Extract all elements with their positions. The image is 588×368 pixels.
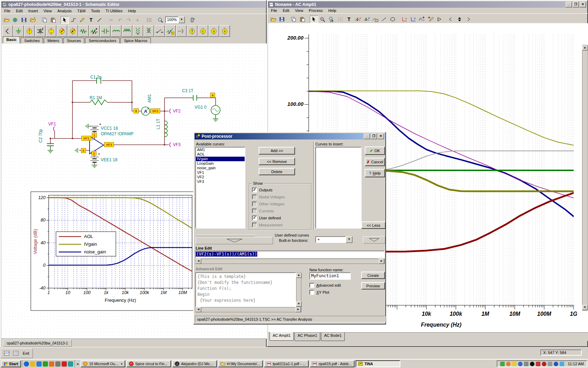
controlled-source-1-button[interactable] bbox=[187, 25, 197, 37]
current-source-button[interactable] bbox=[24, 25, 35, 37]
tray-icon-8[interactable] bbox=[542, 362, 546, 366]
checkbox-icon[interactable]: ✓ bbox=[252, 202, 257, 206]
ammeter-button[interactable]: A bbox=[68, 25, 78, 37]
collapse-panel-button[interactable] bbox=[196, 237, 273, 244]
tab-ac-phase1[interactable]: AC Phase1 bbox=[294, 333, 320, 341]
spin-ud-button[interactable] bbox=[455, 15, 464, 23]
menu-insert[interactable]: Insert bbox=[26, 8, 41, 14]
menu-tools[interactable]: Tools bbox=[88, 8, 103, 14]
checkbox-icon[interactable]: ✓ bbox=[252, 188, 257, 192]
voltmeter-button[interactable]: V bbox=[57, 25, 67, 37]
cursor-button[interactable] bbox=[310, 15, 318, 23]
taskbar-button-outlook[interactable]: 15 Microsoft Outl...▼ bbox=[80, 360, 125, 367]
taskbar-button-opa615.p[interactable]: PDFopa615.pdf - Adob... bbox=[310, 360, 355, 367]
ac-title-bar[interactable]: Noname - AC Ampli1 _ ❐ ✕ bbox=[268, 1, 587, 8]
pen-add-button[interactable] bbox=[426, 15, 435, 23]
diagram-grid-icon[interactable] bbox=[12, 349, 20, 357]
tray-icon-9[interactable] bbox=[548, 362, 552, 366]
curve-item-ivgain[interactable]: IVgain bbox=[196, 157, 245, 161]
tray-icon-10[interactable] bbox=[554, 362, 558, 366]
menu-analysis[interactable]: Analysis bbox=[55, 8, 75, 14]
scroll-down-icon[interactable]: ▼ bbox=[296, 301, 302, 307]
dialog-minimize-icon[interactable]: _ bbox=[364, 134, 370, 139]
dialog-close-icon[interactable]: ✕ bbox=[378, 134, 384, 139]
terminal-vf3[interactable] bbox=[170, 143, 171, 147]
varistor-button[interactable]: T bbox=[165, 25, 176, 37]
quick-launch-icon-2[interactable] bbox=[30, 361, 35, 367]
scroll-left-button[interactable] bbox=[2, 25, 13, 37]
checkbox-icon[interactable]: ✓ bbox=[252, 223, 257, 227]
generator-vg1[interactable] bbox=[211, 105, 220, 115]
cursor-b-button[interactable]: b bbox=[362, 15, 371, 23]
spin-left-button[interactable] bbox=[447, 15, 455, 23]
zoom-100-button[interactable]: 100 bbox=[327, 15, 336, 23]
quick-launch-icon-1[interactable] bbox=[24, 361, 29, 367]
terminal-vf2[interactable] bbox=[170, 109, 171, 114]
scroll-down-icon[interactable]: ▼ bbox=[582, 305, 588, 310]
menu-file[interactable]: File bbox=[268, 8, 280, 13]
show-checkbox-nodal-voltages[interactable]: ✓Nodal Voltages bbox=[249, 193, 311, 200]
coupled-inductors-button[interactable]: M bbox=[133, 25, 143, 37]
open-button[interactable] bbox=[2, 16, 11, 24]
controlled-source-3-button[interactable]: S bbox=[209, 25, 219, 37]
analysis-results-icon[interactable] bbox=[2, 349, 11, 357]
plot-vertical-scrollbar[interactable]: ▲ ▼ bbox=[582, 45, 588, 311]
checkbox-icon[interactable]: ✓ bbox=[252, 209, 257, 213]
menu-help[interactable]: Help bbox=[125, 8, 139, 14]
curve-item-vf1[interactable]: VF1 bbox=[196, 170, 245, 175]
menu-t-m[interactable]: T&M bbox=[75, 8, 88, 14]
maximize-icon[interactable]: ❐ bbox=[573, 2, 579, 7]
transformer-button[interactable] bbox=[144, 25, 154, 37]
available-curves-listbox[interactable]: AM1AOLIVgainLoopGainnoise_gainVF1VF2VF3 bbox=[195, 147, 245, 229]
component-tab-sources[interactable]: Sources bbox=[63, 38, 84, 43]
collapse-panel-button-right[interactable] bbox=[363, 236, 385, 244]
cancel-button[interactable]: ✗Cancel bbox=[365, 158, 385, 166]
taskbar-button-spice[interactable]: Spice circut to Fin... bbox=[126, 360, 171, 367]
ammeter-am1[interactable]: A bbox=[141, 107, 150, 115]
start-button[interactable]: Start bbox=[1, 360, 21, 367]
component-tab-switches[interactable]: Switches bbox=[21, 38, 43, 43]
show-checkbox-measurement[interactable]: ✓Measurement bbox=[249, 222, 311, 229]
tab-ac-ampli1[interactable]: AC Ampli1 bbox=[270, 332, 294, 341]
menu-ti-utilities[interactable]: TI Utilities bbox=[103, 8, 125, 14]
inductor-core-button[interactable] bbox=[122, 25, 132, 37]
document-tab[interactable]: opa627-photodiode%20bw_041513-1 bbox=[3, 340, 72, 347]
help-button[interactable]: ?Help bbox=[365, 169, 385, 177]
scroll-up-icon[interactable]: ▲ bbox=[582, 45, 588, 50]
zoom-level-dropdown[interactable]: 100%▼ bbox=[165, 16, 185, 23]
tray-icon-2[interactable] bbox=[506, 362, 511, 366]
pencil-button[interactable] bbox=[78, 16, 86, 24]
terminal-vf1[interactable] bbox=[54, 127, 55, 131]
open-file-button[interactable] bbox=[29, 16, 37, 24]
show-checkbox-currents[interactable]: ✓Currents bbox=[249, 207, 311, 214]
axis-a-button[interactable]: a bbox=[400, 15, 408, 23]
menu-view[interactable]: View bbox=[41, 8, 55, 14]
checkbox-icon[interactable]: ✓ bbox=[252, 216, 257, 220]
line-edit-scrollbar[interactable]: ◄ ► bbox=[195, 259, 385, 264]
zoom-button[interactable] bbox=[156, 16, 165, 24]
close-icon[interactable]: ✕ bbox=[580, 2, 586, 7]
capacitor-c2[interactable] bbox=[47, 144, 54, 146]
menu-file[interactable]: File bbox=[1, 8, 13, 14]
checkbox-icon[interactable]: ✓ bbox=[309, 290, 314, 295]
cut-button[interactable]: ✂ bbox=[107, 16, 115, 24]
checkbox-icon[interactable]: ✓ bbox=[252, 195, 257, 199]
scroll-right-icon[interactable]: ► bbox=[379, 259, 384, 264]
add-button[interactable]: Add >> bbox=[259, 147, 295, 155]
undo-button[interactable]: ↶ bbox=[116, 16, 124, 24]
tray-icon-4[interactable] bbox=[518, 362, 523, 366]
cursor-a-button[interactable]: a bbox=[354, 15, 362, 23]
grid-button[interactable] bbox=[145, 16, 153, 24]
quick-launch-icon-8[interactable] bbox=[68, 361, 73, 367]
terminal-button[interactable] bbox=[176, 25, 187, 37]
scroll-right-icon[interactable]: ► bbox=[295, 307, 301, 312]
dropdown-arrow-icon[interactable]: ▼ bbox=[178, 16, 185, 23]
menu-edit[interactable]: Edit bbox=[280, 8, 292, 13]
dropdown-arrow-icon[interactable]: ▼ bbox=[346, 236, 352, 243]
save-button[interactable] bbox=[20, 16, 28, 24]
component-4k-button[interactable]: K bbox=[188, 16, 196, 24]
advanced-edit-hscrollbar[interactable]: ◄ ► bbox=[195, 307, 301, 312]
quick-launch-icon-3[interactable] bbox=[36, 361, 42, 367]
quick-launch-icon-6[interactable] bbox=[55, 361, 61, 367]
show-checkbox-user-defined[interactable]: ✓User defined bbox=[249, 214, 311, 222]
